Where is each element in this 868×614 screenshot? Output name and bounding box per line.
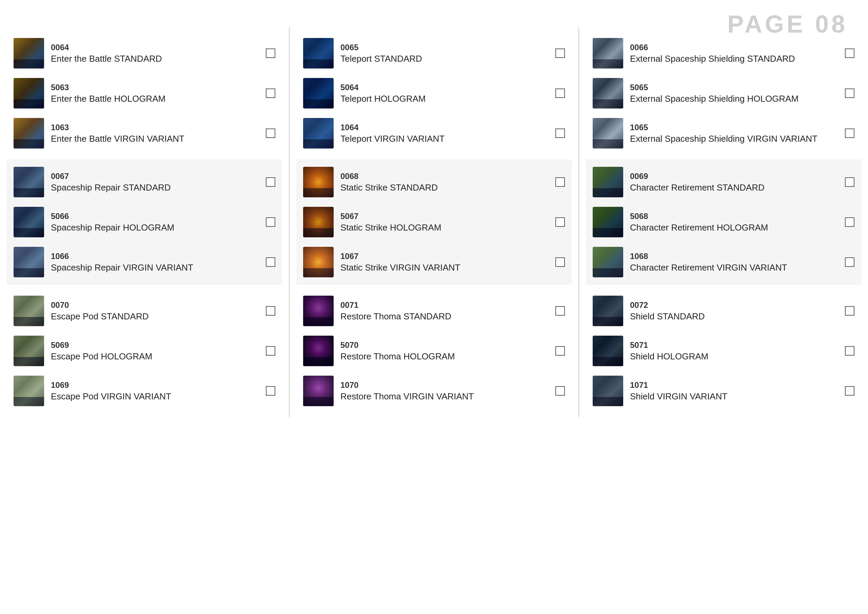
card-image — [593, 207, 623, 237]
card-checkbox[interactable] — [266, 346, 275, 356]
card-info: 0067 Spaceship Repair STANDARD — [44, 172, 266, 193]
card-checkbox[interactable] — [266, 48, 275, 58]
card-checkbox[interactable] — [845, 129, 854, 138]
card-number: 1063 — [51, 123, 259, 132]
card-name: Spaceship Repair HOLOGRAM — [51, 222, 259, 233]
card-checkbox[interactable] — [845, 88, 854, 98]
card-number: 1068 — [630, 251, 838, 261]
card-image — [303, 167, 334, 197]
card-info: 0065 Teleport STANDARD — [334, 43, 555, 64]
card-name: Static Strike STANDARD — [340, 182, 549, 193]
card-info: 5064 Teleport HOLOGRAM — [334, 83, 555, 104]
card-number: 5068 — [630, 212, 838, 221]
group-enter-battle: 0064 Enter the Battle STANDARD 5063 Ente… — [7, 31, 282, 156]
card-checkbox[interactable] — [845, 306, 854, 316]
card-name: Teleport HOLOGRAM — [340, 94, 549, 104]
card-name: Spaceship Repair STANDARD — [51, 182, 259, 193]
group-external-shielding: 0066 External Spaceship Shielding STANDA… — [586, 31, 861, 156]
card-checkbox[interactable] — [555, 88, 565, 98]
card-checkbox[interactable] — [266, 386, 275, 395]
card-image — [14, 207, 44, 237]
card-info: 0066 External Spaceship Shielding STANDA… — [623, 43, 845, 64]
card-info: 5066 Spaceship Repair HOLOGRAM — [44, 212, 266, 233]
card-image — [303, 118, 334, 149]
card-number: 0064 — [51, 43, 259, 52]
card-checkbox[interactable] — [555, 129, 565, 138]
card-checkbox[interactable] — [845, 48, 854, 58]
card-checkbox[interactable] — [266, 177, 275, 187]
card-name: Restore Thoma STANDARD — [340, 311, 549, 322]
card-name: Restore Thoma VIRGIN VARIANT — [340, 391, 549, 402]
card-checkbox[interactable] — [845, 257, 854, 267]
card-number: 0068 — [340, 172, 549, 181]
card-checkbox[interactable] — [266, 217, 275, 227]
card-image — [14, 118, 44, 149]
card-info: 0071 Restore Thoma STANDARD — [334, 301, 555, 322]
card-checkbox[interactable] — [555, 48, 565, 58]
group-escape-pod: 0070 Escape Pod STANDARD 5069 Escape Pod… — [7, 288, 282, 414]
card-number: 5070 — [340, 340, 549, 350]
group-shield: 0072 Shield STANDARD 5071 Shield HOLOGRA… — [586, 288, 861, 414]
column-1: 0064 Enter the Battle STANDARD 5063 Ente… — [0, 27, 290, 417]
list-item: 1063 Enter the Battle VIRGIN VARIANT — [7, 113, 282, 153]
card-number: 5069 — [51, 340, 259, 350]
list-item: 1070 Restore Thoma VIRGIN VARIANT — [296, 371, 572, 411]
card-number: 1071 — [630, 380, 838, 390]
card-checkbox[interactable] — [555, 346, 565, 356]
list-item: 1064 Teleport VIRGIN VARIANT — [296, 113, 572, 153]
card-checkbox[interactable] — [266, 257, 275, 267]
list-item: 0072 Shield STANDARD — [586, 291, 861, 331]
card-name: External Spaceship Shielding HOLOGRAM — [630, 94, 838, 104]
card-image — [593, 247, 623, 278]
card-number: 0072 — [630, 301, 838, 310]
card-checkbox[interactable] — [266, 129, 275, 138]
card-number: 1069 — [51, 380, 259, 390]
card-number: 0071 — [340, 301, 549, 310]
card-checkbox[interactable] — [555, 217, 565, 227]
card-number: 0070 — [51, 301, 259, 310]
card-info: 1071 Shield VIRGIN VARIANT — [623, 380, 845, 402]
card-checkbox[interactable] — [845, 346, 854, 356]
list-item: 5071 Shield HOLOGRAM — [586, 331, 861, 371]
list-item: 5068 Character Retirement HOLOGRAM — [586, 202, 861, 242]
card-name: External Spaceship Shielding STANDARD — [630, 54, 838, 64]
card-checkbox[interactable] — [845, 177, 854, 187]
card-number: 5067 — [340, 212, 549, 221]
card-name: Shield VIRGIN VARIANT — [630, 391, 838, 402]
list-item: 0069 Character Retirement STANDARD — [586, 162, 861, 202]
card-name: External Spaceship Shielding VIRGIN VARI… — [630, 133, 838, 144]
card-info: 5069 Escape Pod HOLOGRAM — [44, 340, 266, 362]
card-checkbox[interactable] — [845, 217, 854, 227]
card-name: Character Retirement VIRGIN VARIANT — [630, 262, 838, 273]
card-image — [593, 167, 623, 197]
list-item: 0065 Teleport STANDARD — [296, 33, 572, 73]
card-image — [303, 78, 334, 109]
card-checkbox[interactable] — [266, 306, 275, 316]
list-item: 0067 Spaceship Repair STANDARD — [7, 162, 282, 202]
card-image — [303, 336, 334, 366]
card-number: 0065 — [340, 43, 549, 52]
card-name: Enter the Battle VIRGIN VARIANT — [51, 133, 259, 144]
card-checkbox[interactable] — [266, 88, 275, 98]
card-number: 5071 — [630, 340, 838, 350]
card-name: Teleport STANDARD — [340, 54, 549, 64]
card-image — [303, 207, 334, 237]
card-name: Escape Pod STANDARD — [51, 311, 259, 322]
card-info: 1063 Enter the Battle VIRGIN VARIANT — [44, 123, 266, 144]
card-image — [593, 118, 623, 149]
card-image — [14, 336, 44, 366]
list-item: 1069 Escape Pod VIRGIN VARIANT — [7, 371, 282, 411]
list-item: 5063 Enter the Battle HOLOGRAM — [7, 73, 282, 113]
card-info: 5071 Shield HOLOGRAM — [623, 340, 845, 362]
card-checkbox[interactable] — [555, 257, 565, 267]
card-number: 5065 — [630, 83, 838, 92]
card-checkbox[interactable] — [555, 306, 565, 316]
list-item: 5067 Static Strike HOLOGRAM — [296, 202, 572, 242]
card-name: Spaceship Repair VIRGIN VARIANT — [51, 262, 259, 273]
card-info: 0064 Enter the Battle STANDARD — [44, 43, 266, 64]
list-item: 1065 External Spaceship Shielding VIRGIN… — [586, 113, 861, 153]
card-checkbox[interactable] — [555, 177, 565, 187]
card-number: 1067 — [340, 251, 549, 261]
card-checkbox[interactable] — [845, 386, 854, 395]
card-checkbox[interactable] — [555, 386, 565, 395]
